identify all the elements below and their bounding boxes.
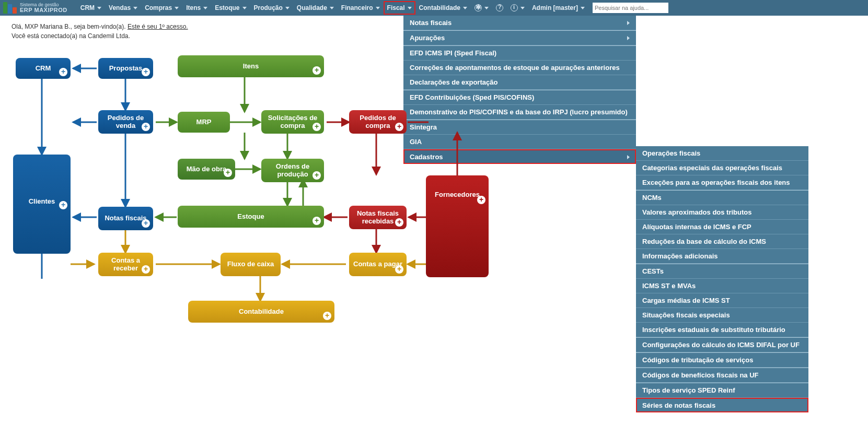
- help-search: [593, 3, 668, 13]
- nav-compras[interactable]: Compras: [141, 1, 182, 15]
- box-contas-receber[interactable]: Contas a receber+: [98, 253, 153, 276]
- app-logo[interactable]: Sistema de gestão ERP MAXIPROD: [3, 2, 67, 14]
- menu-notas-fiscais[interactable]: Notas fiscais: [403, 16, 636, 30]
- box-notas-fiscais[interactable]: Notas fiscais+: [98, 207, 153, 230]
- top-navbar: Sistema de gestão ERP MAXIPROD CRM Venda…: [0, 0, 868, 16]
- plus-icon[interactable]: +: [395, 123, 403, 131]
- menu-apuracoes[interactable]: Apurações: [403, 30, 636, 45]
- nav-qualidade[interactable]: Qualidade: [293, 1, 338, 15]
- nav-financeiro[interactable]: Financeiro: [338, 1, 384, 15]
- plus-icon[interactable]: +: [142, 123, 150, 131]
- gear-icon: [474, 4, 482, 11]
- caret-down-icon: [408, 7, 412, 9]
- plus-icon[interactable]: +: [395, 218, 403, 227]
- caret-down-icon: [242, 7, 247, 9]
- main-nav: CRM Vendas Compras Itens Estoque Produçã…: [77, 0, 588, 16]
- nav-producao[interactable]: Produção: [250, 1, 293, 15]
- nav-itens[interactable]: Itens: [182, 1, 211, 15]
- plus-icon[interactable]: +: [142, 265, 150, 274]
- plus-icon[interactable]: +: [323, 312, 331, 320]
- plus-icon[interactable]: +: [395, 265, 403, 274]
- caret-down-icon: [133, 7, 137, 9]
- caret-down-icon: [97, 7, 101, 9]
- caret-down-icon: [330, 7, 334, 9]
- box-contas-pagar[interactable]: Contas a pagar+: [349, 253, 407, 276]
- help-search-input[interactable]: [593, 3, 668, 13]
- plus-icon[interactable]: +: [313, 217, 321, 225]
- plus-icon[interactable]: +: [142, 219, 150, 228]
- plus-icon[interactable]: +: [142, 68, 150, 76]
- caret-down-icon: [463, 7, 467, 9]
- info-icon: [511, 4, 518, 11]
- caret-down-icon: [285, 7, 290, 9]
- plus-icon[interactable]: +: [313, 66, 321, 75]
- box-nf-recebidas[interactable]: Notas fiscais recebidas+: [349, 206, 407, 229]
- logo-text: Sistema de gestão ERP MAXIPROD: [20, 3, 67, 14]
- chevron-right-icon: [627, 21, 630, 25]
- box-mrp[interactable]: MRP: [178, 112, 230, 133]
- box-ordens-producao[interactable]: Ordens de produção+: [261, 159, 324, 182]
- box-itens[interactable]: Itens+: [178, 55, 324, 77]
- caret-down-icon: [581, 7, 585, 9]
- caret-down-icon: [376, 7, 380, 9]
- nav-info[interactable]: [507, 1, 528, 15]
- nav-settings[interactable]: [471, 1, 492, 15]
- nav-fiscal[interactable]: Fiscal: [384, 1, 415, 15]
- box-clientes[interactable]: Clientes+: [13, 155, 71, 254]
- plus-icon[interactable]: +: [477, 196, 485, 204]
- help-icon: [496, 4, 503, 11]
- box-fornecedores[interactable]: Fornecedores+: [426, 175, 489, 277]
- nav-admin[interactable]: Admin [master]: [528, 1, 588, 15]
- box-crm[interactable]: CRM+: [16, 58, 71, 79]
- box-propostas[interactable]: Propostas+: [98, 58, 153, 79]
- box-pedidos-compra[interactable]: Pedidos de compra+: [349, 110, 407, 134]
- caret-down-icon: [520, 7, 525, 9]
- box-estoque[interactable]: Estoque+: [178, 206, 324, 228]
- plus-icon[interactable]: +: [313, 171, 321, 180]
- nav-estoque[interactable]: Estoque: [211, 1, 250, 15]
- caret-down-icon: [175, 7, 179, 9]
- box-solicitacoes-compra[interactable]: Solicitações de compra+: [261, 110, 324, 134]
- caret-down-icon: [203, 7, 207, 9]
- nav-help[interactable]: [492, 1, 507, 15]
- caret-down-icon: [484, 7, 489, 9]
- plus-icon[interactable]: +: [59, 68, 67, 76]
- plus-icon[interactable]: +: [313, 123, 321, 131]
- plus-icon[interactable]: +: [224, 169, 232, 177]
- plus-icon[interactable]: +: [59, 201, 67, 209]
- nav-crm[interactable]: CRM: [77, 1, 105, 15]
- chevron-right-icon: [627, 36, 630, 40]
- box-contabilidade[interactable]: Contabilidade+: [188, 301, 334, 323]
- box-mao-de-obra[interactable]: Mão de obra+: [178, 159, 235, 180]
- logo-icon: [3, 2, 17, 14]
- box-fluxo-caixa[interactable]: Fluxo de caixa: [221, 253, 281, 276]
- workflow-diagram: CRM+ Propostas+ Itens+ Pedidos de venda+…: [10, 45, 868, 379]
- first-access-link[interactable]: Este é seu 1º acesso.: [128, 23, 188, 30]
- nav-contabilidade[interactable]: Contabilidade: [415, 1, 471, 15]
- box-pedidos-venda[interactable]: Pedidos de venda+: [98, 110, 153, 134]
- nav-vendas[interactable]: Vendas: [105, 1, 141, 15]
